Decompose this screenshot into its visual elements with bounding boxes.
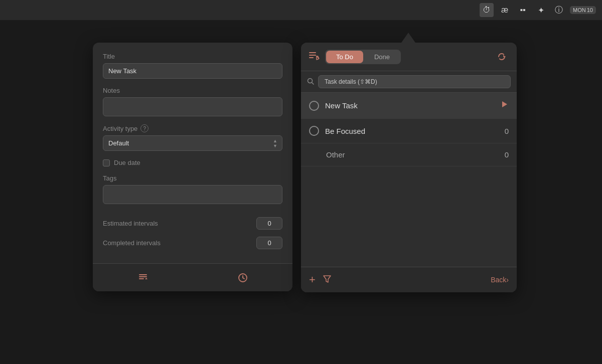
group-count-other: 0: [505, 150, 509, 159]
info-icon[interactable]: ⓘ: [552, 3, 566, 17]
task-detail-panel: Title Notes Activity type ? Default ▲ ▼ …: [93, 43, 292, 291]
clock-day: MON: [573, 7, 586, 13]
svg-rect-1: [139, 276, 147, 277]
due-date-row: Due date: [103, 159, 282, 166]
ae-icon[interactable]: æ: [498, 3, 512, 17]
svg-rect-8: [309, 57, 314, 58]
task-item-new-task[interactable]: New Task: [301, 93, 517, 119]
task-name-be-focused: Be Focused: [325, 127, 499, 135]
svg-rect-0: [139, 274, 147, 275]
task-item-be-focused[interactable]: Be Focused 0: [301, 119, 517, 143]
activity-type-help-icon[interactable]: ?: [140, 124, 148, 132]
list-empty-area: [301, 166, 517, 267]
task-item-other[interactable]: Other 0: [301, 143, 517, 166]
timer-icon[interactable]: ⏱: [480, 3, 494, 17]
svg-rect-7: [309, 55, 316, 56]
tab-todo[interactable]: To Do: [326, 51, 363, 63]
menubar-clock: MON 10: [570, 6, 596, 14]
title-input[interactable]: [103, 63, 282, 79]
tab-group: To Do Done: [325, 50, 401, 64]
estimated-intervals-row: Estimated intervals 0: [103, 217, 282, 230]
list-footer: + Back›: [301, 267, 517, 292]
task-clock-footer-btn[interactable]: [232, 267, 254, 289]
refresh-button[interactable]: [494, 49, 510, 65]
panel-header: To Do Done: [301, 43, 517, 71]
dropbox-icon[interactable]: ✦: [534, 3, 548, 17]
filter-button[interactable]: [323, 274, 332, 286]
svg-rect-6: [309, 52, 316, 53]
menubar: ⏱ æ ▪▪ ✦ ⓘ MON 10: [0, 0, 602, 20]
clock-date: 10: [587, 7, 593, 13]
task-list-panel: To Do Done Task details (⇧⌘D) New Task: [301, 43, 517, 292]
due-date-checkbox[interactable]: [103, 159, 110, 166]
task-circle-be-focused: [309, 126, 319, 136]
popover-triangle: [401, 33, 415, 43]
tags-input[interactable]: [103, 185, 282, 204]
task-name-new-task: New Task: [325, 101, 490, 110]
add-task-button[interactable]: +: [309, 273, 316, 286]
completed-intervals-value[interactable]: 0: [256, 237, 282, 249]
header-list-icon[interactable]: [308, 50, 320, 64]
notes-input[interactable]: [103, 97, 282, 116]
activity-type-label: Activity type ?: [103, 124, 282, 132]
completed-intervals-label: Completed intervals: [103, 239, 161, 247]
tab-done[interactable]: Done: [364, 51, 400, 63]
search-icon: [307, 78, 314, 86]
layout-icon[interactable]: ▪▪: [516, 3, 530, 17]
svg-line-5: [243, 278, 244, 279]
play-button-new-task[interactable]: [500, 100, 509, 111]
svg-marker-11: [502, 101, 507, 107]
svg-line-10: [312, 82, 314, 84]
title-label: Title: [103, 53, 282, 60]
svg-rect-2: [139, 278, 144, 279]
estimated-intervals-label: Estimated intervals: [103, 220, 158, 227]
notes-label: Notes: [103, 87, 282, 94]
task-circle-new-task: [309, 101, 319, 111]
search-bar: Task details (⇧⌘D): [301, 71, 517, 93]
tags-label: Tags: [103, 174, 282, 182]
activity-type-wrapper: Default ▲ ▼: [103, 135, 282, 151]
task-notes-footer-btn[interactable]: [132, 267, 154, 289]
group-name-other: Other: [326, 150, 505, 159]
svg-marker-12: [324, 276, 331, 282]
estimated-intervals-value[interactable]: 0: [256, 217, 282, 230]
search-tooltip[interactable]: Task details (⇧⌘D): [318, 75, 511, 88]
due-date-label: Due date: [114, 159, 140, 166]
activity-type-select[interactable]: Default: [103, 135, 282, 151]
task-count-be-focused: 0: [505, 127, 509, 135]
task-panel-footer: [93, 263, 292, 291]
completed-intervals-row: Completed intervals 0: [103, 237, 282, 249]
back-button[interactable]: Back›: [491, 276, 509, 284]
